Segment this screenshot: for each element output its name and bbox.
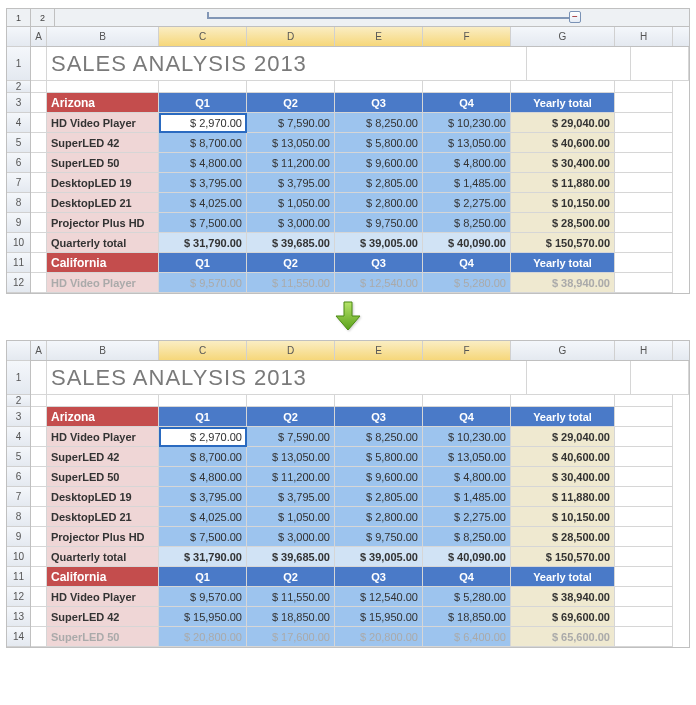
col-header-C[interactable]: C [159, 27, 247, 46]
row-header-4[interactable]: 4 [7, 427, 30, 447]
row-header-5[interactable]: 5 [7, 447, 30, 467]
spreadsheet-after: 1 2 3 4 5 6 7 8 9 10 11 12 13 14 A B C D… [6, 340, 690, 648]
row-header-2[interactable]: 2 [7, 81, 30, 93]
page-title[interactable]: SALES ANALYSIS 2013 [47, 47, 527, 81]
row-header-11[interactable]: 11 [7, 253, 30, 273]
q3-header[interactable]: Q3 [335, 93, 423, 113]
q2-header[interactable]: Q2 [247, 93, 335, 113]
column-outline-bar: 1 2 − [7, 9, 689, 27]
row-header-6[interactable]: 6 [7, 153, 30, 173]
table-row: HD Video Player $ 2,970.00 $ 7,590.00 $ … [31, 113, 689, 133]
table-row: DesktopLED 21$ 4,025.00$ 1,050.00$ 2,800… [31, 193, 689, 213]
row-header-7[interactable]: 7 [7, 173, 30, 193]
col-header-F[interactable]: F [423, 27, 511, 46]
q4-header[interactable]: Q4 [423, 93, 511, 113]
row-headers: 1 2 3 4 5 6 7 8 9 10 11 12 13 14 [7, 341, 31, 647]
quarterly-total-row: Quarterly total $ 31,790.00 $ 39,685.00 … [31, 233, 689, 253]
row-header-1[interactable]: 1 [7, 361, 30, 395]
arizona-header-row: Arizona Q1 Q2 Q3 Q4 Yearly total [31, 93, 689, 113]
col-header-A[interactable]: A [31, 341, 47, 360]
table-row: SuperLED 50$ 4,800.00$ 11,200.00$ 9,600.… [31, 153, 689, 173]
row-header-11[interactable]: 11 [7, 567, 30, 587]
col-header-G[interactable]: G [511, 27, 615, 46]
row-header-12[interactable]: 12 [7, 587, 30, 607]
col-header-A[interactable]: A [31, 27, 47, 46]
col-header-D[interactable]: D [247, 341, 335, 360]
row-header-7[interactable]: 7 [7, 487, 30, 507]
region-name-arizona[interactable]: Arizona [47, 93, 159, 113]
col-header-H[interactable]: H [615, 341, 673, 360]
row-header-9[interactable]: 9 [7, 527, 30, 547]
col-header-E[interactable]: E [335, 341, 423, 360]
col-header-D[interactable]: D [247, 27, 335, 46]
col-header-B[interactable]: B [47, 27, 159, 46]
col-header-B[interactable]: B [47, 341, 159, 360]
region-name-california[interactable]: California [47, 253, 159, 273]
outline-level-2[interactable]: 2 [31, 9, 55, 26]
q1-header[interactable]: Q1 [159, 93, 247, 113]
outline-level-1[interactable]: 1 [7, 9, 31, 26]
transition-arrow-icon [4, 300, 692, 334]
row-header-10[interactable]: 10 [7, 547, 30, 567]
row-header-8[interactable]: 8 [7, 507, 30, 527]
page-title[interactable]: SALES ANALYSIS 2013 [47, 361, 527, 395]
col-header-H[interactable]: H [615, 27, 673, 46]
row-header-3[interactable]: 3 [7, 407, 30, 427]
row-headers: 1 2 3 4 5 6 7 8 9 10 11 12 [7, 27, 31, 293]
row-header-14[interactable]: 14 [7, 627, 30, 647]
col-header-G[interactable]: G [511, 341, 615, 360]
spreadsheet-before: 1 2 − 1 2 3 4 5 6 7 8 9 10 11 12 A B [6, 8, 690, 294]
outline-track: − [55, 9, 689, 26]
row-header-10[interactable]: 10 [7, 233, 30, 253]
row-header-6[interactable]: 6 [7, 467, 30, 487]
row-header-1[interactable]: 1 [7, 47, 30, 81]
row-header-5[interactable]: 5 [7, 133, 30, 153]
row-header-8[interactable]: 8 [7, 193, 30, 213]
row-header-12[interactable]: 12 [7, 273, 30, 293]
yearly-total-header[interactable]: Yearly total [511, 93, 615, 113]
table-row: Projector Plus HD$ 7,500.00$ 3,000.00$ 9… [31, 213, 689, 233]
table-row: SuperLED 42$ 8,700.00$ 13,050.00$ 5,800.… [31, 133, 689, 153]
california-header-row: California Q1 Q2 Q3 Q4 Yearly total [31, 253, 689, 273]
row-header-4[interactable]: 4 [7, 113, 30, 133]
row-header-2[interactable]: 2 [7, 395, 30, 407]
column-headers: A B C D E F G H [31, 27, 689, 47]
row-header-9[interactable]: 9 [7, 213, 30, 233]
outline-collapse-button[interactable]: − [569, 11, 581, 23]
col-header-F[interactable]: F [423, 341, 511, 360]
row-header-13[interactable]: 13 [7, 607, 30, 627]
col-header-E[interactable]: E [335, 27, 423, 46]
table-row: HD Video Player$ 9,570.00$ 11,550.00$ 12… [31, 273, 689, 293]
active-cell[interactable]: $ 2,970.00 [159, 113, 247, 133]
row-header-3[interactable]: 3 [7, 93, 30, 113]
column-headers: A B C D E F G H [31, 341, 689, 361]
col-header-C[interactable]: C [159, 341, 247, 360]
table-row: DesktopLED 19$ 3,795.00$ 3,795.00$ 2,805… [31, 173, 689, 193]
